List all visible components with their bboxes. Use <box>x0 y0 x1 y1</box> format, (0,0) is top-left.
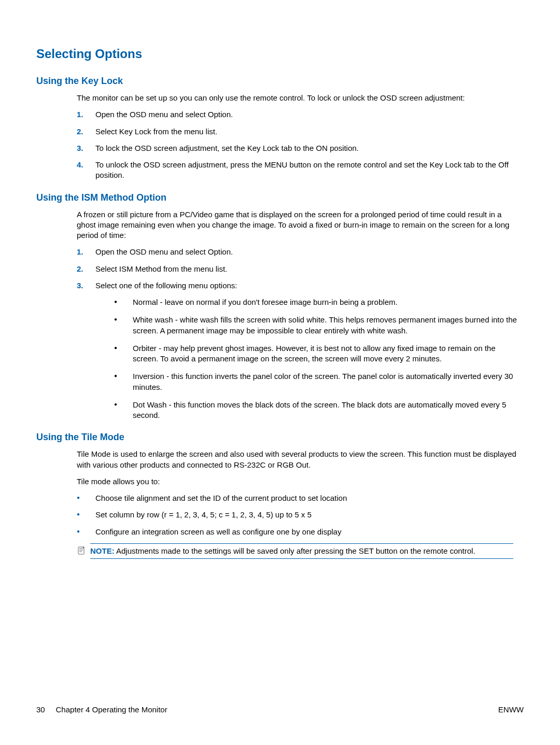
ordered-list: 1.Open the OSD menu and select Option. 2… <box>77 247 519 420</box>
list-item: Orbiter - may help prevent ghost images.… <box>114 343 519 364</box>
footer-right: ENWW <box>498 705 524 714</box>
heading-tile-mode: Using the Tile Mode <box>36 432 524 443</box>
step-text: Open the OSD menu and select Option. <box>95 247 233 256</box>
note-callout: NOTE: Adjustments made to the settings w… <box>90 543 513 559</box>
step-text: Select one of the following menu options… <box>95 281 237 290</box>
bullet-list: Choose tile alignment and set the ID of … <box>77 493 519 537</box>
list-item: 2.Select ISM Method from the menu list. <box>77 264 519 274</box>
list-item: 3.To lock the OSD screen adjustment, set… <box>77 143 519 153</box>
step-text: Open the OSD menu and select Option. <box>95 110 233 119</box>
note-icon <box>77 546 86 555</box>
step-number: 3. <box>77 280 83 291</box>
list-item: Dot Wash - this function moves the black… <box>114 400 519 421</box>
list-item: Choose tile alignment and set the ID of … <box>77 493 519 503</box>
paragraph: The monitor can be set up so you can onl… <box>77 93 519 103</box>
list-item: Set column by row (r = 1, 2, 3, 4, 5; c … <box>77 510 519 520</box>
step-number: 4. <box>77 160 83 170</box>
step-text: To unlock the OSD screen adjustment, pre… <box>95 160 509 179</box>
page-title: Selecting Options <box>36 47 524 61</box>
paragraph: Tile Mode is used to enlarge the screen … <box>77 449 519 470</box>
page-number: 30 <box>36 705 45 714</box>
list-item: 1.Open the OSD menu and select Option. <box>77 109 519 120</box>
chapter-label: Chapter 4 Operating the Monitor <box>56 705 167 714</box>
heading-key-lock: Using the Key Lock <box>36 76 524 87</box>
sub-list: Normal - leave on normal if you don't fo… <box>95 297 519 420</box>
note-text-content: Adjustments made to the settings will be… <box>116 546 475 555</box>
list-item: 2.Select Key Lock from the menu list. <box>77 126 519 137</box>
paragraph: Tile mode allows you to: <box>77 476 519 487</box>
step-number: 2. <box>77 126 83 137</box>
list-item: Normal - leave on normal if you don't fo… <box>114 297 519 307</box>
page-footer: 30 Chapter 4 Operating the Monitor ENWW <box>36 705 524 714</box>
step-number: 2. <box>77 264 83 274</box>
step-number: 1. <box>77 109 83 120</box>
step-number: 3. <box>77 143 83 153</box>
list-item: 4.To unlock the OSD screen adjustment, p… <box>77 160 519 181</box>
step-text: Select Key Lock from the menu list. <box>95 127 217 136</box>
list-item: 3.Select one of the following menu optio… <box>77 280 519 421</box>
list-item: Inversion - this function inverts the pa… <box>114 371 519 392</box>
note-label: NOTE: <box>90 546 115 555</box>
heading-ism-method: Using the ISM Method Option <box>36 192 524 203</box>
step-text: To lock the OSD screen adjustment, set t… <box>95 144 359 152</box>
list-item: Configure an integration screen as well … <box>77 527 519 537</box>
list-item: White wash - white wash fills the screen… <box>114 315 519 336</box>
step-text: Select ISM Method from the menu list. <box>95 264 227 273</box>
step-number: 1. <box>77 247 83 257</box>
paragraph: A frozen or still picture from a PC/Vide… <box>77 209 519 241</box>
ordered-list: 1.Open the OSD menu and select Option. 2… <box>77 109 519 180</box>
list-item: 1.Open the OSD menu and select Option. <box>77 247 519 257</box>
